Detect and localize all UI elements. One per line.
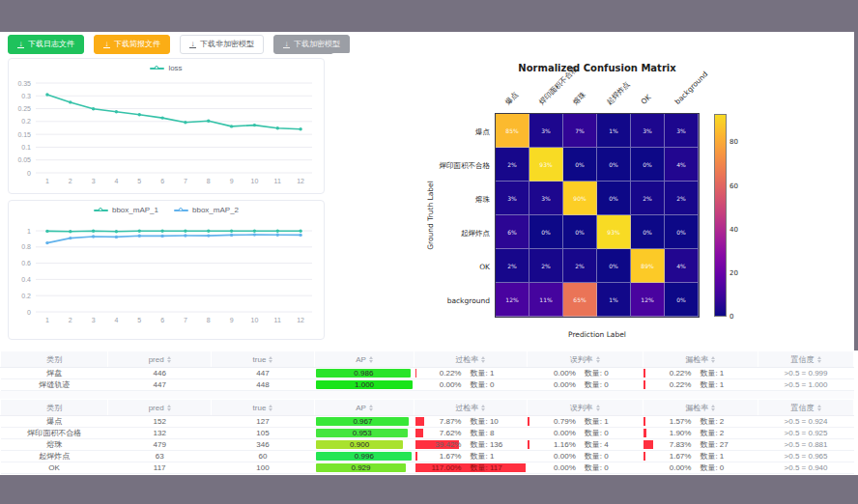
rate-percent: 0.79% [539, 417, 576, 426]
svg-text:1: 1 [45, 317, 49, 323]
table-row[interactable]: 焊印面积不合格1321050.9537.62%数量: 80.00%数量: 01.… [1, 428, 854, 439]
svg-text:4: 4 [114, 178, 118, 184]
rate-percent: 0.22% [654, 369, 691, 378]
column-header-漏检率[interactable]: 漏检率 [643, 351, 758, 368]
column-header-过检率[interactable]: 过检率 [415, 351, 528, 368]
table-row[interactable]: 焊缝轨迹4474481.0000.00%数量: 00.00%数量: 00.22%… [1, 379, 854, 391]
download-unencrypted-model-button[interactable]: ↓ 下载非加密模型 [180, 35, 264, 54]
download-toolbar: ↓ 下载日志文件 ↓ 下载简报文件 ↓ 下载非加密模型 ↓ 下载加密模型 [8, 34, 350, 55]
rate-percent: 7.62% [424, 429, 461, 437]
column-header-置信度[interactable]: 置信度 [758, 400, 854, 416]
rate-count: 数量: 2 [700, 416, 746, 427]
table-row[interactable]: OK1171000.929117.00%数量: 1170.00%数量: 00.0… [1, 462, 854, 474]
column-header-误判率[interactable]: 误判率 [527, 351, 643, 368]
header-label: true [253, 355, 267, 364]
column-header-过检率[interactable]: 过检率 [415, 400, 528, 416]
sort-caret-icon[interactable] [817, 356, 821, 363]
matrix-cell: 2% [665, 182, 699, 215]
rate-count: 数量: 0 [700, 462, 746, 473]
rate-bar [415, 369, 416, 378]
column-header-pred[interactable]: pred [108, 400, 212, 416]
rate-bar [415, 452, 417, 461]
table-row[interactable]: 熔珠4793460.90039.42%数量: 1361.16%数量: 47.83… [1, 439, 854, 451]
pred-cell: 479 [108, 439, 212, 451]
matrix-cell: 0% [597, 148, 631, 182]
colorbar-tick-label: 20 [729, 269, 738, 277]
legend-item-bbox-map-2[interactable]: bbox_mAP_2 [174, 206, 239, 214]
ap-bar: 0.996 [316, 452, 412, 461]
svg-text:9: 9 [230, 317, 234, 323]
svg-text:1: 1 [27, 228, 31, 235]
table-row[interactable]: 爆点1521270.9677.87%数量: 100.79%数量: 11.57%数… [1, 416, 854, 428]
column-header-AP[interactable]: AP [314, 351, 414, 368]
matrix-cell: 0% [597, 182, 631, 215]
y-axis-label: Ground Truth Label [426, 181, 435, 250]
true-cell: 448 [212, 379, 315, 391]
svg-text:10: 10 [251, 317, 259, 323]
colorbar-tick-label: 60 [729, 182, 738, 190]
misjudge-cell: 1.16%数量: 4 [527, 439, 643, 451]
sort-caret-icon[interactable] [596, 405, 600, 411]
column-header-true[interactable]: true [212, 400, 315, 416]
matrix-cell: 0% [529, 215, 563, 249]
sort-caret-icon[interactable] [167, 356, 171, 363]
rate-count: 数量: 117 [470, 462, 516, 473]
sort-caret-icon[interactable] [817, 405, 821, 411]
colorbar-tick-label: 80 [729, 138, 738, 146]
misjudge-cell: 0.00%数量: 0 [527, 379, 643, 391]
table-row[interactable]: 起焊炸点63600.9961.67%数量: 10.00%数量: 01.67%数量… [1, 451, 854, 462]
download-encrypted-model-button[interactable]: ↓ 下载加密模型 [273, 35, 350, 54]
metrics-tables: 类别predtrueAP过检率误判率漏检率置信度焊盘4464470.9860.2… [0, 350, 854, 474]
column-header-true[interactable]: true [212, 351, 315, 368]
rate-percent: 0.00% [539, 452, 576, 461]
pred-cell: 447 [108, 379, 212, 391]
rate-bar [415, 429, 424, 437]
sort-caret-icon[interactable] [369, 356, 373, 363]
column-header-漏检率[interactable]: 漏检率 [643, 400, 758, 416]
pred-cell: 446 [108, 368, 212, 379]
scrollbar-track[interactable] [854, 32, 858, 350]
header-label: 误判率 [570, 403, 593, 413]
sort-caret-icon[interactable] [369, 405, 373, 411]
matrix-cell: 3% [496, 182, 529, 215]
true-cell: 346 [212, 439, 315, 451]
sort-caret-icon[interactable] [269, 356, 272, 363]
rate-count: 数量: 2 [700, 428, 746, 438]
sort-caret-icon[interactable] [481, 356, 485, 363]
legend-item-loss[interactable]: loss [150, 64, 182, 72]
svg-text:0.05: 0.05 [17, 156, 31, 163]
matrix-cell: 93% [597, 215, 631, 249]
column-header-AP[interactable]: AP [314, 400, 414, 416]
sort-caret-icon[interactable] [711, 356, 715, 363]
sort-caret-icon[interactable] [596, 356, 600, 363]
download-report-button[interactable]: ↓ 下载简报文件 [94, 35, 170, 54]
true-cell: 100 [212, 462, 315, 474]
legend-item-bbox-map-1[interactable]: bbox_mAP_1 [94, 206, 158, 214]
matrix-cell: 12% [631, 283, 665, 317]
table-row[interactable]: 焊盘4464470.9860.22%数量: 10.00%数量: 00.22%数量… [1, 368, 854, 379]
svg-text:4: 4 [114, 317, 118, 323]
svg-text:0.8: 0.8 [21, 243, 31, 250]
sort-caret-icon[interactable] [711, 405, 715, 411]
sort-caret-icon[interactable] [481, 405, 485, 411]
download-log-button[interactable]: ↓ 下载日志文件 [8, 35, 84, 54]
sort-caret-icon[interactable] [167, 405, 171, 411]
column-header-pred[interactable]: pred [108, 351, 212, 368]
loss-chart-legend: loss [9, 64, 324, 72]
column-header-误判率[interactable]: 误判率 [527, 400, 643, 416]
row-label: 焊印面积不合格 [330, 161, 490, 171]
rate-count: 数量: 1 [700, 368, 746, 378]
svg-text:0.15: 0.15 [17, 131, 31, 138]
column-header-置信度[interactable]: 置信度 [758, 351, 854, 368]
sort-caret-icon[interactable] [269, 405, 272, 411]
class-name-cell: 焊盘 [1, 368, 108, 379]
column-header-类别: 类别 [1, 400, 108, 416]
matrix-cell: 0% [597, 249, 631, 283]
misjudge-cell: 0.00%数量: 0 [527, 368, 643, 379]
pred-cell: 63 [108, 451, 212, 462]
rate-percent: 1.57% [654, 417, 691, 426]
matrix-cell: 0% [631, 215, 665, 249]
confidence-cell: >0.5 = 0.924 [758, 416, 854, 428]
pred-cell: 132 [108, 428, 212, 439]
misjudge-cell: 0.00%数量: 0 [527, 462, 643, 474]
